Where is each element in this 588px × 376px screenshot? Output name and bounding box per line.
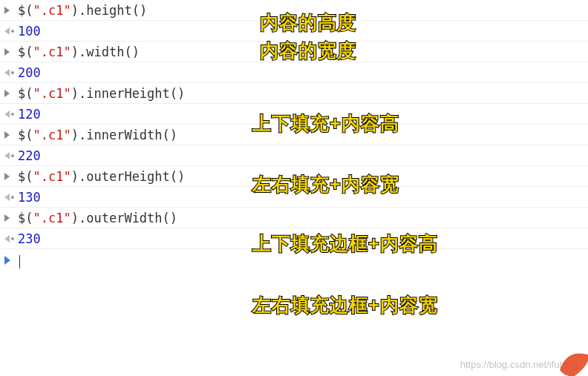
output-value: 120	[18, 107, 41, 122]
output-value: 200	[18, 65, 41, 80]
console-output-row: 120	[0, 104, 588, 125]
text-cursor-icon	[19, 255, 20, 268]
console-output-row: 230	[0, 228, 588, 249]
console-input-row[interactable]: $(".c1").height()	[0, 0, 588, 21]
code-line: $(".c1").width()	[18, 44, 140, 59]
console-input-row[interactable]: $(".c1").innerWidth()	[0, 125, 588, 145]
code-line: $(".c1").outerWidth()	[18, 211, 177, 225]
console-output-row: 130	[0, 187, 588, 208]
code-line: $(".c1").height()	[18, 3, 147, 18]
output-value: 130	[18, 190, 41, 205]
annotation-label: 左右填充边框+内容宽	[252, 293, 438, 317]
console-input-row[interactable]: $(".c1").outerHeight()	[0, 166, 588, 187]
code-line: $(".c1").outerHeight()	[18, 169, 185, 184]
console-input-row[interactable]: $(".c1").width()	[0, 42, 588, 62]
output-value: 100	[18, 24, 41, 39]
console-prompt[interactable]	[0, 249, 588, 271]
console-panel: $(".c1").height() 100 $(".c1").width() 2…	[0, 0, 588, 271]
console-output-row: 220	[0, 145, 588, 166]
console-output-row: 200	[0, 62, 588, 83]
console-input-row[interactable]: $(".c1").outerWidth()	[0, 208, 588, 228]
code-line: $(".c1").innerHeight()	[18, 86, 185, 101]
console-input-row[interactable]: $(".c1").innerHeight()	[0, 83, 588, 104]
code-line: $(".c1").innerWidth()	[18, 128, 177, 142]
console-output-row: 100	[0, 21, 588, 42]
output-value: 230	[18, 231, 41, 246]
output-value: 220	[18, 148, 41, 163]
csdn-badge-icon	[552, 340, 588, 376]
